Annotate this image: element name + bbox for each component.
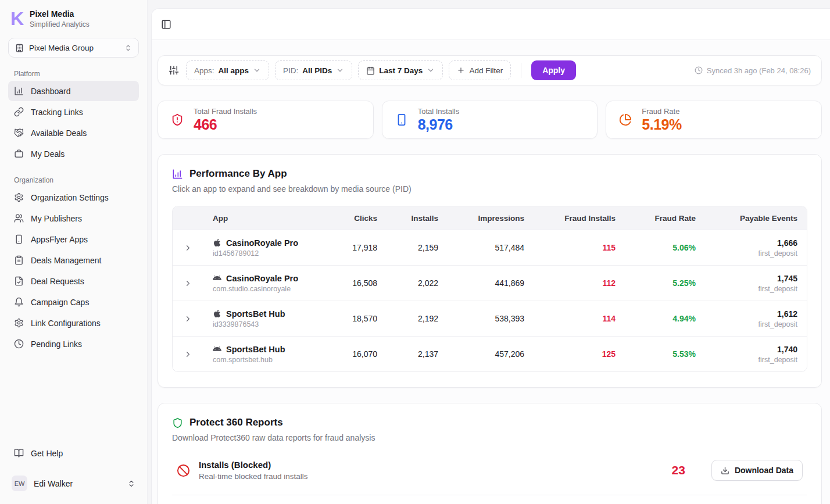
brand: K Pixel Media Simplified Analytics [8,9,139,28]
sidebar-footer: Get Help EW Edi Walker [8,445,139,494]
brand-logo-icon: K [10,10,23,27]
sidebar-item-available-deals[interactable]: Available Deals [8,123,139,143]
chevron-right-icon[interactable] [184,314,192,323]
sidebar-item-deals-management[interactable]: Deals Management [8,250,139,270]
apple-icon [213,309,221,318]
apps-filter[interactable]: Apps: All apps [186,60,269,80]
pid-filter-label: PID: [283,66,298,75]
fraud-installs-cell: 115 [524,243,616,252]
table-row[interactable]: CasinoRoyale Pro id1456789012 17,918 2,1… [173,230,807,265]
sidebar-item-appsflyer-apps[interactable]: AppsFlyer Apps [8,229,139,249]
table-header: AppClicksInstallsImpressionsFraud Instal… [173,206,807,230]
performance-title: Performance By App [189,168,287,180]
sidebar-item-label: My Deals [31,149,65,159]
app-name: CasinoRoyale Pro [226,238,298,248]
clicks-cell: 16,070 [316,349,377,359]
chevron-down-icon [336,66,344,74]
table-body: CasinoRoyale Pro id1456789012 17,918 2,1… [173,230,807,371]
performance-panel: Performance By App Click an app to expan… [158,154,822,388]
impressions-cell: 538,393 [438,314,524,323]
sidebar-nav: Platform Dashboard Tracking Links Availa… [8,58,139,355]
clicks-cell: 16,508 [316,278,377,288]
stat-label: Fraud Rate [642,107,681,116]
apps-filter-label: Apps: [194,66,214,75]
app-name: SportsBet Hub [226,345,285,354]
add-filter-label: Add Filter [469,66,503,75]
sidebar-item-campaign-caps[interactable]: Campaign Caps [8,292,139,312]
sidebar-item-deal-requests[interactable]: Deal Requests [8,271,139,291]
report-row: Installs (Blocked) Real-time blocked fra… [172,455,807,495]
stat-card: Fraud Rate 5.19% [606,101,822,139]
installs-cell: 2,137 [377,349,438,359]
chevrons-up-down-icon [127,480,135,488]
pid-filter[interactable]: PID: All PIDs [275,60,352,80]
stat-cards: Total Fraud Installs 466 Total Installs … [158,101,822,139]
stat-label: Total Fraud Installs [194,107,257,116]
table-row[interactable]: SportsBet Hub id3339876543 18,570 2,192 … [173,301,807,336]
sidebar-section-title: Platform [14,70,133,78]
chevron-right-icon[interactable] [184,350,192,359]
app-name: SportsBet Hub [226,309,285,319]
pid-filter-value: All PIDs [302,66,332,75]
app-id: id3339876543 [213,320,316,328]
apply-button[interactable]: Apply [531,60,576,80]
avatar: EW [12,476,27,491]
sidebar-item-label: Deals Management [31,256,101,265]
date-range-filter[interactable]: Last 7 Days [358,60,443,80]
table-row[interactable]: SportsBet Hub com.sportsbet.hub 16,070 2… [173,336,807,371]
org-selector-label: Pixel Media Group [29,44,94,52]
column-header-payable-events: Payable Events [696,214,797,223]
link-icon [14,107,24,117]
sidebar-item-dashboard[interactable]: Dashboard [8,81,139,101]
bar-chart-icon [14,86,24,96]
shield-alert-icon [171,113,184,126]
sidebar-item-my-publishers[interactable]: My Publishers [8,208,139,228]
performance-table: AppClicksInstallsImpressionsFraud Instal… [172,206,807,372]
sidebar-item-label: Tracking Links [31,108,83,117]
impressions-cell: 441,869 [438,278,524,288]
get-help-button[interactable]: Get Help [8,445,139,462]
download-icon [721,466,729,475]
chevron-down-icon [427,66,435,74]
payable-events-cell: 1,666 first_deposit [696,238,797,258]
report-description: Real-time blocked fraud installs [199,472,308,481]
main-area: Apps: All apps PID: All PIDs Last 7 Days… [151,8,830,504]
user-menu[interactable]: EW Edi Walker [8,473,139,494]
sidebar: K Pixel Media Simplified Analytics Pixel… [0,0,148,504]
org-selector[interactable]: Pixel Media Group [8,38,139,58]
payable-events-cell: 1,745 first_deposit [696,274,797,293]
sidebar-item-label: My Publishers [31,214,82,223]
chevron-right-icon[interactable] [184,244,192,252]
chevron-down-icon [253,66,261,74]
sidebar-item-label: Deal Requests [31,277,84,286]
android-icon [213,274,221,283]
app-id: com.studio.casinoroyale [213,285,316,293]
clicks-cell: 17,918 [316,243,377,252]
pie-chart-icon [619,113,632,126]
app-name: CasinoRoyale Pro [226,274,298,283]
sidebar-toggle-icon[interactable] [161,19,171,30]
sidebar-item-pending-links[interactable]: Pending Links [8,334,139,354]
performance-subtitle: Click an app to expand and see breakdown… [172,184,807,194]
fraud-rate-cell: 4.94% [616,314,696,323]
app-id: id1456789012 [213,249,316,258]
sidebar-item-tracking-links[interactable]: Tracking Links [8,102,139,122]
chevrons-up-down-icon [124,44,132,52]
gear-icon [14,192,24,202]
installs-cell: 2,022 [377,278,438,288]
sidebar-item-label: Campaign Caps [31,298,89,307]
sidebar-item-my-deals[interactable]: My Deals [8,144,139,164]
stat-label: Total Installs [418,107,460,116]
payable-events-cell: 1,740 first_deposit [696,345,797,364]
table-row[interactable]: CasinoRoyale Pro com.studio.casinoroyale… [173,265,807,301]
sidebar-item-organization-settings[interactable]: Organization Settings [8,187,139,208]
main-header [152,9,830,40]
chevron-right-icon[interactable] [184,279,192,288]
report-name: Installs (Blocked) [199,460,308,470]
clock-icon [695,66,703,74]
download-data-button[interactable]: Download Data [711,460,803,481]
stat-value: 8,976 [418,116,460,133]
add-filter-button[interactable]: Add Filter [449,60,511,80]
sidebar-item-link-configurations[interactable]: Link Configurations [8,313,139,333]
smartphone-icon [395,113,408,126]
